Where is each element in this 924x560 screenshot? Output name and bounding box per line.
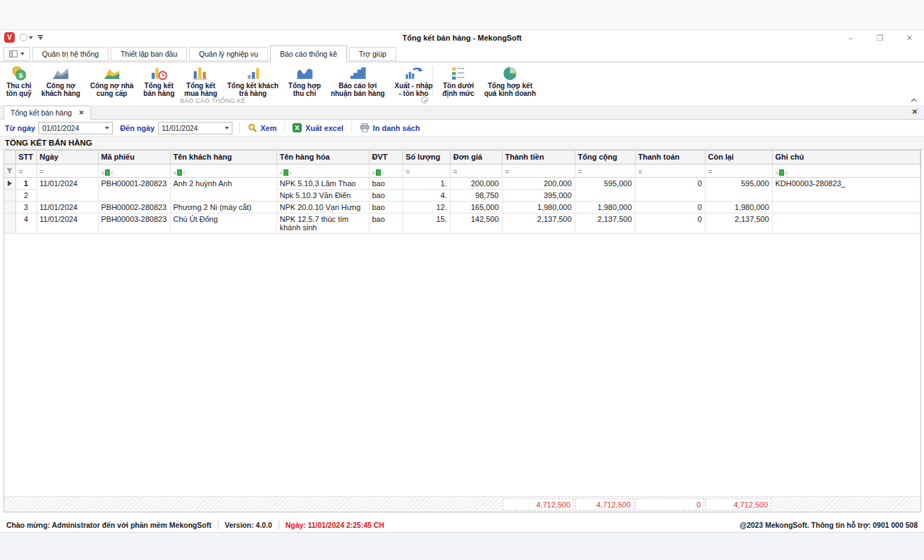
export-excel-button[interactable]: Xuất excel	[285, 123, 351, 132]
cell-thanh-tien[interactable]: 1,980,000	[502, 201, 575, 213]
col-header-stt[interactable]: STT	[15, 150, 36, 164]
cell-ghi-chu[interactable]	[772, 213, 920, 233]
cell-thanh-tien[interactable]: 2,137,500	[502, 213, 575, 233]
cell-don-gia[interactable]: 142,500	[450, 213, 502, 233]
cell-khach-hang[interactable]: Phương 2 Ni (máy cắt)	[170, 201, 276, 213]
cell-stt[interactable]: 4	[15, 213, 36, 233]
theme-dropdown[interactable]	[20, 34, 33, 41]
table-row[interactable]: 1 11/01/2024 PBH00001-280823 Anh 2 huỳnh…	[4, 177, 920, 189]
tab-strip-close-icon[interactable]: ✕	[912, 108, 918, 115]
cell-stt[interactable]: 2	[15, 189, 36, 201]
cell-ma-phieu[interactable]: PBH00003-280823	[98, 213, 170, 233]
col-header-dvt[interactable]: ĐVT	[369, 150, 402, 164]
cell-don-gia[interactable]: 98,750	[450, 189, 502, 201]
cell-so-luong[interactable]: 4.	[402, 189, 450, 201]
tool-xuat-nhap-ton-kho[interactable]: Xuất - nhập - tồn kho	[390, 62, 438, 97]
cell-dvt[interactable]: bao	[369, 177, 402, 189]
cell-thanh-toan[interactable]: 0	[635, 201, 705, 213]
filter-cell-ten-hang-hoa[interactable]: ac	[276, 164, 369, 177]
col-header-ten-khach-hang[interactable]: Tên khách hàng	[170, 150, 276, 164]
group-dialog-launcher[interactable]	[421, 97, 428, 104]
cell-hang-hoa[interactable]: NPK 20.0.10 Vạn Hưng	[276, 201, 369, 213]
cell-dvt[interactable]: bao	[369, 189, 402, 201]
tool-cong-no-khach-hang[interactable]: Công nợ khách hàng	[36, 62, 85, 97]
print-button[interactable]: In danh sách	[352, 123, 428, 132]
to-date-combo[interactable]: 11/01/2024	[158, 122, 232, 134]
cell-con-lai[interactable]: 595,000	[705, 177, 772, 201]
tool-thu-chi-ton-quy[interactable]: $ Thu chi tồn quỹ	[1, 62, 36, 97]
cell-thanh-toan[interactable]: 0	[635, 177, 705, 201]
app-logo-icon[interactable]: V	[4, 32, 15, 43]
filter-cell-don-gia[interactable]: =	[450, 164, 502, 177]
filter-cell-ngay[interactable]: =	[36, 164, 98, 177]
cell-don-gia[interactable]: 165,000	[450, 201, 502, 213]
tool-ton-duoi-dinh-muc[interactable]: Tồn dưới định mức	[438, 62, 479, 97]
cell-hang-hoa[interactable]: NPK 12.5.7 thúc tím khánh sinh	[276, 213, 369, 233]
ribbon-collapse-chevron-icon[interactable]	[911, 98, 917, 103]
cell-ghi-chu[interactable]: KDH00003-280823_	[772, 177, 920, 201]
col-header-so-luong[interactable]: Số lượng	[402, 150, 450, 164]
cell-hang-hoa[interactable]: Npk 5.10.3 Văn Điển	[276, 189, 369, 201]
filter-cell-ghi-chu[interactable]: ac	[772, 164, 920, 177]
filter-cell-tong-cong[interactable]: =	[575, 164, 635, 177]
cell-tong-cong[interactable]: 595,000	[575, 177, 635, 201]
ribbon-appmenu-button[interactable]	[4, 47, 30, 61]
cell-so-luong[interactable]: 1.	[402, 177, 450, 189]
tool-bao-cao-loi-nhuan-ban-hang[interactable]: Báo cáo lợi nhuận bán hàng	[326, 62, 389, 97]
minimize-button[interactable]: –	[836, 31, 865, 45]
col-header-ghi-chu[interactable]: Ghi chú	[772, 150, 920, 164]
filter-cell-so-luong[interactable]: =	[402, 164, 450, 177]
filter-cell-dvt[interactable]: ac	[369, 164, 402, 177]
dropdown-arrow[interactable]	[102, 127, 112, 130]
ribbon-tab-thiet-lap-ban-dau[interactable]: Thiết lập ban đầu	[111, 47, 187, 61]
customize-toolbar-dropdown[interactable]	[38, 35, 43, 40]
cell-ngay[interactable]: 11/01/2024	[36, 213, 98, 233]
close-button[interactable]: ✕	[895, 31, 924, 45]
cell-ngay[interactable]: 11/01/2024	[36, 201, 98, 213]
doc-tab-close-icon[interactable]: ✕	[79, 109, 85, 116]
cell-khach-hang[interactable]: Chú Út Đổng	[170, 213, 276, 233]
tool-cong-no-nha-cung-cap[interactable]: Công nợ nhà cung cấp	[85, 62, 139, 97]
cell-dvt[interactable]: bao	[369, 201, 402, 213]
ribbon-tab-quan-tri-he-thong[interactable]: Quản trị hệ thống	[32, 47, 108, 61]
tool-tong-ket-mua-hang[interactable]: Tổng kết mua hàng	[179, 62, 222, 97]
cell-ma-phieu[interactable]: PBH00001-280823	[98, 177, 170, 201]
filter-cell-stt[interactable]: =	[15, 164, 36, 177]
cell-con-lai[interactable]: 2,137,500	[705, 213, 772, 233]
tool-tong-hop-thu-chi[interactable]: Tổng hợp thu chi	[284, 62, 326, 97]
col-header-ten-hang-hoa[interactable]: Tên hàng hóa	[276, 150, 369, 164]
cell-khach-hang[interactable]: Anh 2 huỳnh Anh	[170, 177, 276, 201]
view-button[interactable]: Xem	[240, 123, 284, 132]
col-header-ngay[interactable]: Ngày	[36, 150, 98, 164]
table-row[interactable]: 4 11/01/2024 PBH00003-280823 Chú Út Đổng…	[4, 213, 920, 233]
table-row[interactable]: 3 11/01/2024 PBH00002-280823 Phương 2 Ni…	[4, 201, 920, 213]
col-header-con-lai[interactable]: Còn lại	[705, 150, 772, 164]
cell-thanh-toan[interactable]: 0	[635, 213, 705, 233]
filter-cell-con-lai[interactable]: =	[705, 164, 772, 177]
from-date-combo[interactable]: 01/01/2024	[38, 122, 113, 134]
col-header-tong-cong[interactable]: Tổng cộng	[575, 150, 635, 164]
tool-tong-ket-ban-hang[interactable]: Tổng kết bán hàng	[139, 62, 179, 97]
cell-so-luong[interactable]: 12.	[402, 201, 450, 213]
cell-tong-cong[interactable]: 2,137,500	[575, 213, 635, 233]
filter-cell-ma-phieu[interactable]: ac	[98, 164, 170, 177]
maximize-button[interactable]: ❐	[865, 31, 895, 45]
doc-tab-tong-ket-ban-hang[interactable]: Tổng kết bán hàng ✕	[4, 106, 91, 120]
filter-cell-thanh-toan[interactable]: =	[635, 164, 705, 177]
filter-cell-ten-khach-hang[interactable]: ac	[170, 164, 276, 177]
cell-ghi-chu[interactable]	[772, 201, 920, 213]
cell-dvt[interactable]: bao	[369, 213, 402, 233]
cell-so-luong[interactable]: 15.	[402, 213, 450, 233]
dropdown-arrow[interactable]	[222, 127, 232, 130]
ribbon-tab-bao-cao-thong-ke[interactable]: Báo cáo thống kê	[270, 46, 347, 62]
cell-con-lai[interactable]: 1,980,000	[705, 201, 772, 213]
col-header-don-gia[interactable]: Đơn giá	[450, 150, 502, 164]
cell-hang-hoa[interactable]: NPK 5.10.3 Lâm Thao	[276, 177, 369, 189]
cell-tong-cong[interactable]: 1,980,000	[575, 201, 635, 213]
col-header-ma-phieu[interactable]: Mã phiếu	[98, 150, 170, 164]
tool-tong-ket-khach-tra-hang[interactable]: Tổng kết khách trả hàng	[222, 62, 283, 97]
cell-stt[interactable]: 1	[15, 177, 36, 189]
col-header-thanh-tien[interactable]: Thành tiền	[502, 150, 575, 164]
cell-ma-phieu[interactable]: PBH00002-280823	[98, 201, 170, 213]
col-header-thanh-toan[interactable]: Thanh toán	[635, 150, 705, 164]
